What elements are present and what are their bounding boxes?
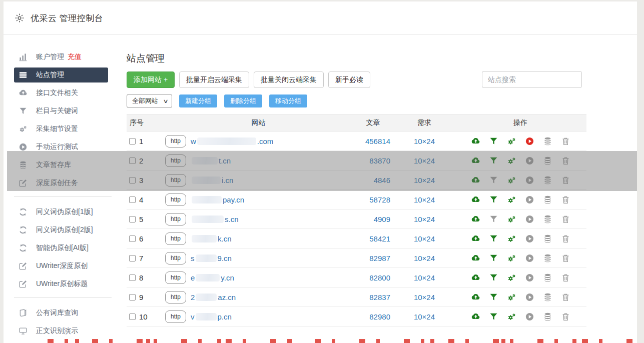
filter-button[interactable] [489, 136, 498, 146]
row-checkbox[interactable] [129, 196, 136, 203]
article-store-button[interactable] [543, 195, 552, 204]
articles-count-link[interactable]: 83870 [369, 156, 390, 165]
delete-button[interactable] [561, 312, 570, 322]
delete-button[interactable] [561, 156, 570, 166]
http-badge[interactable]: http [165, 252, 186, 264]
settings-button[interactable] [507, 136, 516, 146]
filter-button[interactable] [489, 156, 498, 166]
settings-button[interactable] [507, 234, 516, 244]
group-filter-select[interactable]: 全部网站 ∨ [127, 94, 172, 108]
run-button[interactable] [525, 195, 534, 204]
cloud-collect-button[interactable] [471, 195, 480, 204]
settings-button[interactable] [507, 254, 516, 263]
articles-count-link[interactable]: 82980 [369, 312, 390, 321]
sidebar-item-uwriter-deep[interactable]: UWriter深度原创 [4, 257, 127, 275]
cloud-collect-button[interactable] [471, 156, 480, 166]
run-button[interactable] [525, 254, 534, 263]
move-group-button[interactable]: 移动分组 [269, 94, 307, 108]
articles-count-link[interactable]: 82837 [369, 293, 390, 302]
http-badge[interactable]: http [165, 272, 186, 284]
sidebar-item-synonym-v2[interactable]: 同义词伪原创[2版] [4, 221, 127, 239]
delete-button[interactable] [561, 254, 570, 263]
run-button[interactable] [525, 273, 534, 282]
sidebar-item-deep-original[interactable]: 深度原创任务 [4, 174, 127, 192]
run-button[interactable] [525, 312, 534, 322]
article-store-button[interactable] [543, 273, 552, 282]
settings-button[interactable] [507, 214, 516, 224]
filter-button[interactable] [489, 312, 498, 322]
http-badge[interactable]: http [165, 232, 186, 245]
run-button[interactable] [525, 234, 534, 244]
articles-count-link[interactable]: 4846 [374, 176, 390, 184]
http-badge[interactable]: http [165, 291, 186, 304]
row-checkbox[interactable] [129, 236, 136, 242]
articles-count-link[interactable]: 58421 [369, 234, 390, 243]
batch-open-cloud-collect-button[interactable]: 批量开启云端采集 [179, 72, 249, 88]
row-checkbox[interactable] [129, 177, 136, 184]
delete-button[interactable] [561, 136, 570, 146]
run-button[interactable] [525, 156, 534, 166]
articles-count-link[interactable]: 456814 [365, 137, 390, 146]
run-button[interactable] [525, 136, 534, 146]
http-badge[interactable]: http [165, 174, 186, 186]
cloud-collect-button[interactable] [471, 176, 480, 185]
sidebar-item-uwriter-title[interactable]: UWriter原创标题 [4, 275, 127, 293]
filter-button[interactable] [489, 214, 498, 224]
settings-button[interactable] [507, 176, 516, 185]
article-store-button[interactable] [543, 234, 552, 244]
delete-button[interactable] [561, 214, 570, 224]
site-search-input[interactable] [482, 71, 582, 88]
settings-button[interactable] [507, 312, 516, 322]
articles-count-link[interactable]: 82800 [369, 274, 390, 282]
cloud-collect-button[interactable] [471, 292, 480, 302]
sidebar-item-content-demo[interactable]: 正文识别演示 [4, 322, 127, 340]
settings-button[interactable] [507, 273, 516, 282]
article-store-button[interactable] [543, 176, 552, 185]
row-checkbox[interactable] [129, 294, 136, 300]
row-checkbox[interactable] [129, 314, 136, 320]
batch-close-cloud-collect-button[interactable]: 批量关闭云端采集 [254, 72, 324, 88]
cloud-collect-button[interactable] [471, 312, 480, 322]
settings-button[interactable] [507, 292, 516, 302]
sidebar-item-collect-settings[interactable]: 采集细节设置 [4, 120, 127, 138]
settings-button[interactable] [507, 156, 516, 166]
http-badge[interactable]: http [165, 135, 186, 148]
article-store-button[interactable] [543, 214, 552, 224]
new-group-button[interactable]: 新建分组 [179, 94, 217, 108]
delete-button[interactable] [561, 234, 570, 244]
http-badge[interactable]: http [165, 194, 186, 206]
sidebar-item-thesaurus[interactable]: 公有词库查询 [4, 304, 127, 322]
sidebar-item-manual-test[interactable]: 手动运行测试 [4, 138, 127, 156]
delete-group-button[interactable]: 删除分组 [224, 94, 262, 108]
http-badge[interactable]: http [165, 310, 186, 323]
article-store-button[interactable] [543, 136, 552, 146]
cloud-collect-button[interactable] [471, 234, 480, 244]
sidebar-item-sites[interactable]: 站点管理 [14, 68, 108, 82]
row-checkbox[interactable] [129, 255, 136, 262]
row-checkbox[interactable] [129, 274, 136, 281]
article-store-button[interactable] [543, 156, 552, 166]
cloud-collect-button[interactable] [471, 136, 480, 146]
settings-button[interactable] [507, 195, 516, 204]
sidebar-item-api-files[interactable]: 接口文件相关 [4, 84, 127, 102]
filter-button[interactable] [489, 176, 498, 185]
articles-count-link[interactable]: 82987 [369, 254, 390, 262]
sidebar-item-account[interactable]: 账户管理充值 [4, 48, 127, 66]
newbie-guide-button[interactable]: 新手必读 [328, 72, 370, 88]
cloud-collect-button[interactable] [471, 273, 480, 282]
row-checkbox[interactable] [129, 158, 136, 164]
run-button[interactable] [525, 292, 534, 302]
cloud-collect-button[interactable] [471, 254, 480, 263]
filter-button[interactable] [489, 254, 498, 263]
delete-button[interactable] [561, 176, 570, 185]
sidebar-item-synonym-v1[interactable]: 同义词伪原创[1版] [4, 203, 127, 221]
sidebar-item-article-store[interactable]: 文章暂存库 [4, 156, 127, 174]
sidebar-item-ai-rewrite[interactable]: 智能伪原创[AI版] [4, 239, 127, 257]
articles-count-link[interactable]: 4909 [374, 215, 390, 224]
row-checkbox[interactable] [129, 216, 136, 222]
delete-button[interactable] [561, 273, 570, 282]
delete-button[interactable] [561, 195, 570, 204]
filter-button[interactable] [489, 292, 498, 302]
cloud-collect-button[interactable] [471, 214, 480, 224]
delete-button[interactable] [561, 292, 570, 302]
